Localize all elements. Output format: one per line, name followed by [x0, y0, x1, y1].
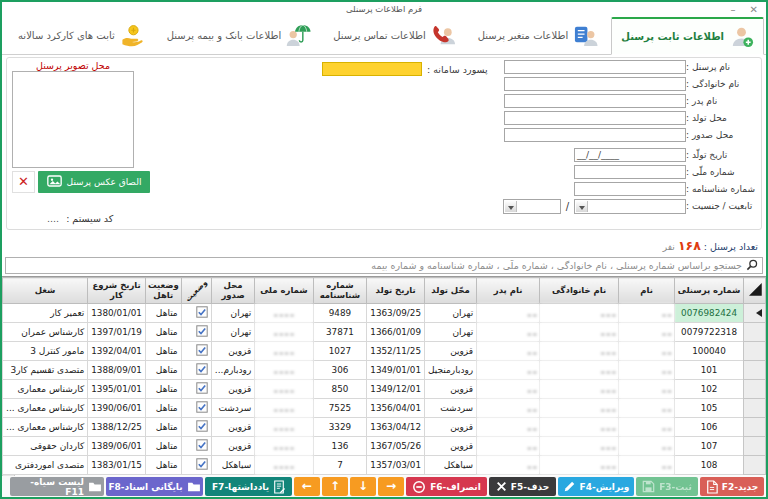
- nationality-select[interactable]: [574, 199, 686, 214]
- table-row[interactable]: 108ـ ــ ـ ــ ـسیاهکل1357/03/017ـ ـ ـ ـسی…: [3, 456, 766, 475]
- grid-cell-melli[interactable]: ـ ـ ـ ـ: [255, 437, 313, 456]
- tab-1[interactable]: اطلاعات متغیر پرسنل: [469, 17, 608, 54]
- grid-cell-personnel_no[interactable]: 0076982424: [674, 304, 743, 323]
- grid-cell-father[interactable]: ـ ـ: [477, 380, 540, 399]
- grid-cell-melli[interactable]: ـ ـ ـ ـ: [255, 418, 313, 437]
- column-header-id_no[interactable]: شماره شناسنامه: [313, 278, 367, 304]
- table-row[interactable]: 0079722318ـ ــ ـ ــ ـتهران1366/01/093787…: [3, 323, 766, 342]
- grid-cell-issue_place[interactable]: رودبارم...: [211, 361, 254, 380]
- grid-cell-personnel_no[interactable]: 0079722318: [674, 323, 743, 342]
- grid-cell-personnel_no[interactable]: 102: [674, 380, 743, 399]
- grid-cell-job[interactable]: کارشناس معماری ...: [3, 399, 88, 418]
- grid-cell-name[interactable]: ـ ـ: [619, 361, 675, 380]
- grid-cell-id_no[interactable]: 1027: [313, 342, 367, 361]
- grid-cell-birth_place[interactable]: قزوین: [424, 418, 476, 437]
- grid-cell-father[interactable]: ـ ـ: [477, 304, 540, 323]
- field-input-4[interactable]: [504, 128, 686, 142]
- grid-cell-father[interactable]: ـ ـ: [477, 418, 540, 437]
- chevron-down-icon[interactable]: [505, 201, 517, 212]
- cancel-f6-button[interactable]: انصراف-F6: [406, 477, 487, 496]
- grid-cell-father[interactable]: ـ ـ: [477, 342, 540, 361]
- grid-cell-birth_date[interactable]: 1363/09/25: [367, 304, 425, 323]
- table-row[interactable]: 107ـ ــ ـ ــ ـقزوین1367/05/26136ـ ـ ـ ـق…: [3, 437, 766, 456]
- column-header-marital[interactable]: وضعیت تاهل: [145, 278, 181, 304]
- password-input[interactable]: [322, 62, 422, 76]
- grid-cell-surname[interactable]: ـ ـ ـ: [540, 437, 619, 456]
- grid-cell-start_date[interactable]: 1390/06/01: [88, 399, 146, 418]
- select-all-corner[interactable]: [744, 278, 766, 304]
- row-header[interactable]: [744, 304, 766, 323]
- grid-cell-issue_place[interactable]: تهران: [211, 323, 254, 342]
- grid-cell-id_no[interactable]: 306: [313, 361, 367, 380]
- grid-cell-birth_place[interactable]: قزوین: [424, 342, 476, 361]
- chevron-down-icon[interactable]: [576, 201, 588, 212]
- nav-first-button[interactable]: →: [378, 477, 404, 496]
- grid-cell-melli[interactable]: ـ ـ ـ ـ: [255, 361, 313, 380]
- column-header-name[interactable]: نام: [619, 278, 675, 304]
- grid-cell-name[interactable]: ـ ـ: [619, 342, 675, 361]
- grid-cell-name[interactable]: ـ ـ: [619, 304, 675, 323]
- new-f2-button[interactable]: جدید-F2: [700, 477, 764, 496]
- row-header[interactable]: [744, 418, 766, 437]
- row-header[interactable]: [744, 361, 766, 380]
- close-button[interactable]: ✕: [750, 2, 758, 17]
- table-row[interactable]: 100040ـ ــ ـ ــ ـقزوین1352/11/251027ـ ـ …: [3, 342, 766, 361]
- grid-cell-status[interactable]: [181, 437, 211, 456]
- column-header-melli[interactable]: شماره ملی: [255, 278, 313, 304]
- grid-cell-melli[interactable]: ـ ـ ـ ـ: [255, 304, 313, 323]
- minimize-button[interactable]: –: [731, 2, 736, 17]
- export-excel-button[interactable]: [5, 231, 31, 259]
- grid-cell-melli[interactable]: ـ ـ ـ ـ: [255, 456, 313, 475]
- grid-cell-father[interactable]: ـ ـ: [477, 361, 540, 380]
- table-row[interactable]: 102ـ ــ ـ ــ ـقزوین1349/12/01850ـ ـ ـ ـق…: [3, 380, 766, 399]
- grid-cell-surname[interactable]: ـ ـ ـ: [540, 323, 619, 342]
- grid-cell-marital[interactable]: متاهل: [145, 399, 181, 418]
- grid-cell-father[interactable]: ـ ـ: [477, 456, 540, 475]
- grid-cell-issue_place[interactable]: سردشت: [211, 399, 254, 418]
- grid-cell-id_no[interactable]: 9489: [313, 304, 367, 323]
- grid-cell-personnel_no[interactable]: 100040: [674, 342, 743, 361]
- grid-cell-father[interactable]: ـ ـ: [477, 437, 540, 456]
- grid-cell-birth_date[interactable]: 1352/11/25: [367, 342, 425, 361]
- grid-cell-status[interactable]: [181, 418, 211, 437]
- grid-cell-surname[interactable]: ـ ـ ـ: [540, 418, 619, 437]
- column-header-birth_date[interactable]: تاریخ تولد: [367, 278, 425, 304]
- grid-cell-father[interactable]: ـ ـ: [477, 323, 540, 342]
- remove-photo-button[interactable]: ✕: [12, 171, 35, 193]
- grid-cell-id_no[interactable]: 37871: [313, 323, 367, 342]
- row-header[interactable]: [744, 399, 766, 418]
- tab-3[interactable]: اطلاعات بانک و بیمه پرسنل: [158, 17, 320, 54]
- grid-cell-marital[interactable]: متاهل: [145, 418, 181, 437]
- row-header[interactable]: [744, 342, 766, 361]
- grid-cell-name[interactable]: ـ ـ: [619, 380, 675, 399]
- grid-cell-start_date[interactable]: 1383/01/15: [88, 456, 146, 475]
- column-header-birth_place[interactable]: محّل تولد: [424, 278, 476, 304]
- nav-last-button[interactable]: ←: [294, 477, 320, 496]
- row-header[interactable]: [744, 323, 766, 342]
- field-input-1[interactable]: [504, 77, 686, 91]
- grid-cell-issue_place[interactable]: قزوین: [211, 437, 254, 456]
- field-input-5[interactable]: __/__/____: [574, 148, 686, 162]
- grid-cell-start_date[interactable]: 1388/09/01: [88, 361, 146, 380]
- grid-cell-issue_place[interactable]: قزوین: [211, 380, 254, 399]
- grid-cell-job[interactable]: متصدی تقسیم کار3: [3, 361, 88, 380]
- column-header-father[interactable]: نام پدر: [477, 278, 540, 304]
- grid-cell-start_date[interactable]: 1395/01/01: [88, 380, 146, 399]
- grid-cell-job[interactable]: متصدی اموردفتری: [3, 456, 88, 475]
- grid-cell-birth_date[interactable]: 1357/03/01: [367, 456, 425, 475]
- archive-f8-button[interactable]: بایگانی اسناد-F8: [106, 477, 203, 496]
- grid-cell-personnel_no[interactable]: 105: [674, 399, 743, 418]
- grid-cell-id_no[interactable]: 7525: [313, 399, 367, 418]
- grid-cell-start_date[interactable]: 1392/04/01: [88, 342, 146, 361]
- nav-down-button[interactable]: ↓: [350, 477, 376, 496]
- row-header[interactable]: [744, 456, 766, 475]
- table-row[interactable]: 106ـ ــ ـ ــ ـقزوین1363/04/123329ـ ـ ـ ـ…: [3, 418, 766, 437]
- grid-cell-status[interactable]: [181, 380, 211, 399]
- tab-4[interactable]: ثابت های کارکرد سالانه: [9, 17, 154, 54]
- grid-cell-birth_place[interactable]: تهران: [424, 304, 476, 323]
- row-header[interactable]: [744, 437, 766, 456]
- grid-cell-personnel_no[interactable]: 107: [674, 437, 743, 456]
- grid-cell-personnel_no[interactable]: 106: [674, 418, 743, 437]
- grid-cell-marital[interactable]: متاهل: [145, 304, 181, 323]
- gender-select[interactable]: [503, 199, 561, 214]
